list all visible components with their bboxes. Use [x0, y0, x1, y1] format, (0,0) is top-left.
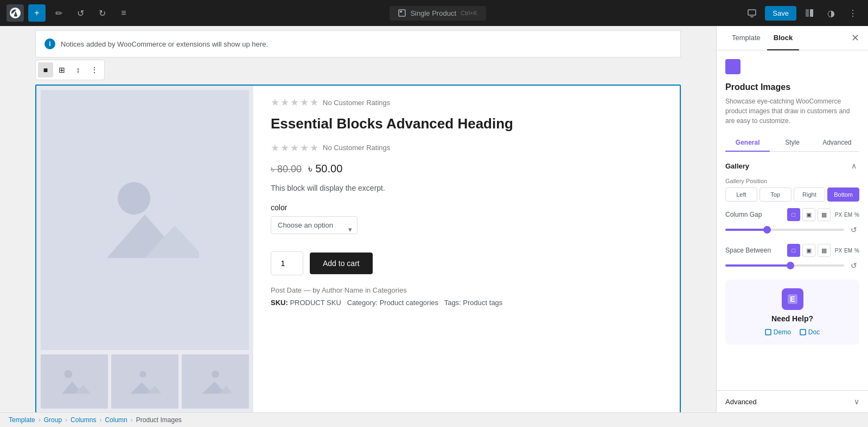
column-gap-reset[interactable]: ↺ [848, 224, 859, 235]
column-gap-unit-px: PX [835, 212, 842, 218]
variation-select[interactable]: Choose an option [271, 216, 358, 234]
thumbnail-1 [41, 354, 108, 409]
thumbnail-2 [111, 354, 178, 409]
save-button[interactable]: Save [765, 6, 796, 21]
column-gap-fill [725, 229, 767, 231]
advanced-chevron-icon: ∨ [854, 397, 859, 406]
right-panel: Template Block ✕ Product Images Showcase… [716, 26, 868, 412]
template-tab[interactable]: Template [725, 26, 767, 50]
quantity-input[interactable] [271, 251, 303, 275]
space-between-icon1[interactable]: □ [787, 244, 800, 257]
space-between-reset[interactable]: ↺ [848, 260, 859, 271]
column-gap-icon3[interactable]: ▦ [818, 208, 831, 221]
svg-point-19 [212, 371, 219, 378]
breadcrumb-sep-1: › [39, 416, 41, 424]
layout-toggle-button[interactable] [801, 4, 818, 22]
position-right-button[interactable]: Right [794, 187, 826, 202]
block-title: Product Images [725, 82, 859, 92]
add-to-cart-button[interactable]: Add to cart [310, 253, 373, 274]
column-gap-track[interactable] [725, 229, 844, 231]
sku-label: SKU: [271, 299, 288, 307]
space-between-track[interactable] [725, 264, 844, 267]
block-more-button[interactable]: ⋮ [87, 62, 102, 77]
panel-close-button[interactable]: ✕ [851, 32, 859, 44]
column-gap-icon1[interactable]: □ [787, 208, 800, 221]
svg-rect-1 [399, 10, 405, 16]
breadcrumb-column[interactable]: Column [105, 416, 127, 424]
sub-tab-general[interactable]: General [725, 134, 770, 152]
space-between-unit-em: EM [844, 248, 852, 254]
panel-tabs: Template Block ✕ [717, 26, 868, 50]
sub-tab-style[interactable]: Style [770, 134, 814, 152]
sale-price: ৳ 50.00 [308, 163, 343, 174]
color-mode-button[interactable]: ◑ [822, 4, 840, 22]
svg-rect-25 [800, 329, 806, 335]
gallery-position-buttons: Left Top Right Bottom [725, 187, 859, 202]
block-move-button[interactable]: ↕ [71, 62, 86, 77]
gallery-section: Gallery ∧ Gallery Position Left Top Righ… [725, 160, 859, 202]
column-gap-units: □ ▣ ▦ PX EM % [787, 208, 859, 221]
undo-button[interactable]: ↺ [72, 4, 89, 22]
block-grid-button[interactable]: ⊞ [54, 62, 69, 77]
notice-text: Notices added by WooCommerce or extensio… [61, 40, 268, 48]
breadcrumb-columns[interactable]: Columns [71, 416, 96, 424]
column-gap-icon2[interactable]: ▣ [802, 208, 815, 221]
gallery-section-title: Gallery [725, 162, 749, 170]
column-gap-thumb[interactable] [763, 226, 771, 234]
space-between-thumb[interactable] [787, 262, 794, 269]
variation-select-wrapper[interactable]: Choose an option [271, 216, 358, 243]
demo-link[interactable]: Demo [765, 328, 791, 336]
stars-1: ★★★★★ [271, 96, 320, 108]
gallery-section-toggle[interactable]: ∧ [848, 160, 859, 171]
product-meta: SKU: PRODUCT SKU Category: Product categ… [271, 299, 669, 307]
editor-area: i Notices added by WooCommerce or extens… [0, 26, 716, 412]
edit-button[interactable]: ✏ [50, 4, 67, 22]
redo-button[interactable]: ↻ [93, 4, 111, 22]
keyboard-shortcut: Ctrl+K [461, 10, 477, 16]
position-bottom-button[interactable]: Bottom [827, 187, 859, 202]
space-between-label: Space Between □ ▣ ▦ PX EM % [725, 244, 859, 257]
advanced-section[interactable]: Advanced ∨ [717, 390, 868, 412]
main-product-image [41, 90, 249, 350]
advanced-label: Advanced [725, 398, 757, 406]
svg-point-11 [64, 370, 72, 378]
block-type-button[interactable]: ■ [38, 62, 53, 77]
block-tab[interactable]: Block [767, 26, 799, 50]
add-block-button[interactable]: + [28, 4, 46, 22]
position-left-button[interactable]: Left [725, 187, 757, 202]
price-row: ৳ 80.00 ৳ 50.00 [271, 163, 669, 175]
svg-point-15 [139, 371, 146, 378]
space-between-slider-row: ↺ [725, 260, 859, 271]
toolbar-left: + ✏ ↺ ↻ ≡ [7, 4, 132, 22]
space-between-icon3[interactable]: ▦ [818, 244, 831, 257]
category-label: Category: [347, 299, 378, 307]
position-top-button[interactable]: Top [760, 187, 792, 202]
block-toolbar-row: ■ ⊞ ↕ ⋮ [35, 60, 681, 80]
breadcrumb-template[interactable]: Template [9, 416, 35, 424]
product-excerpt: This block will display the excerpt. [271, 184, 669, 192]
variation-label: color [271, 203, 669, 212]
breadcrumb-product-images: Product Images [136, 416, 182, 424]
need-help-icon: E [782, 288, 803, 310]
menu-button[interactable]: ≡ [115, 4, 132, 22]
tags-value: Product tags [463, 299, 502, 307]
preview-button[interactable] [743, 4, 761, 22]
product-title: Essential Blocks Advanced Heading [271, 115, 669, 133]
gallery-position-label: Gallery Position [725, 178, 859, 184]
gallery-section-header: Gallery ∧ [725, 160, 859, 171]
rating-text-1: No Customer Ratings [323, 99, 390, 107]
svg-rect-3 [748, 10, 756, 15]
breadcrumb-sep-2: › [65, 416, 67, 424]
wordpress-logo[interactable] [7, 4, 24, 22]
doc-link[interactable]: Doc [800, 328, 820, 336]
document-title-bar[interactable]: Single Product Ctrl+K [390, 6, 486, 21]
space-between-fill [725, 264, 790, 267]
space-between-icon2[interactable]: ▣ [802, 244, 815, 257]
column-gap-slider-row: ↺ [725, 224, 859, 235]
space-between-unit-pct: % [854, 248, 859, 254]
breadcrumb-group[interactable]: Group [44, 416, 62, 424]
main-area: i Notices added by WooCommerce or extens… [0, 26, 868, 412]
sub-tab-advanced[interactable]: Advanced [815, 134, 859, 152]
more-options-button[interactable]: ⋮ [844, 4, 861, 22]
star-rating-2: ★★★★★ No Customer Ratings [271, 142, 669, 154]
